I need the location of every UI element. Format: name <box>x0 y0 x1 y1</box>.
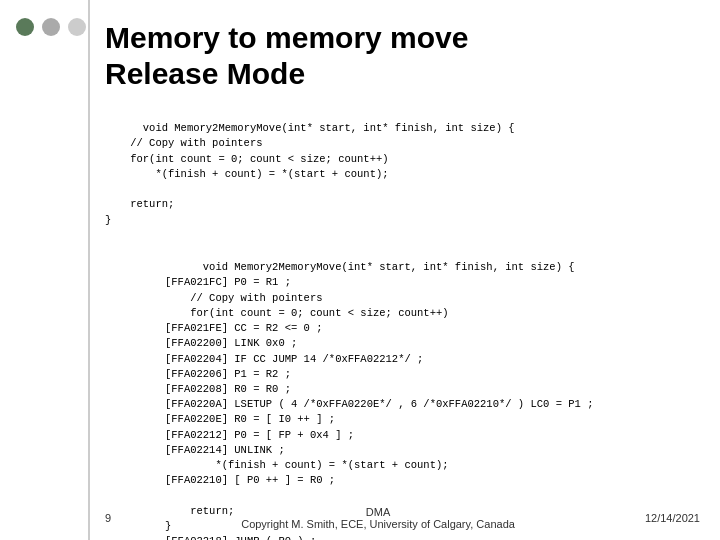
footer-dma-label: DMA <box>111 506 645 518</box>
main-content: Memory to memory move Release Mode void … <box>95 0 720 540</box>
dots-row <box>16 18 86 36</box>
footer: 9 DMA Copyright M. Smith, ECE, Universit… <box>95 506 720 530</box>
source-code-block: void Memory2MemoryMove(int* start, int* … <box>105 106 700 243</box>
slide-container: Memory to memory move Release Mode void … <box>0 0 720 540</box>
source-code-text: void Memory2MemoryMove(int* start, int* … <box>105 122 515 225</box>
footer-center: DMA Copyright M. Smith, ECE, University … <box>111 506 645 530</box>
title-line2: Release Mode <box>105 57 305 90</box>
title-line1: Memory to memory move <box>105 21 468 54</box>
slide-title: Memory to memory move Release Mode <box>105 20 700 92</box>
footer-copyright: Copyright M. Smith, ECE, University of C… <box>111 518 645 530</box>
assembly-code-text: void Memory2MemoryMove(int* start, int* … <box>165 261 593 540</box>
left-sidebar <box>0 0 90 540</box>
footer-date: 12/14/2021 <box>645 512 700 524</box>
assembly-code-block: void Memory2MemoryMove(int* start, int* … <box>165 245 700 540</box>
dot-gray2 <box>68 18 86 36</box>
dot-gray1 <box>42 18 60 36</box>
dot-green <box>16 18 34 36</box>
